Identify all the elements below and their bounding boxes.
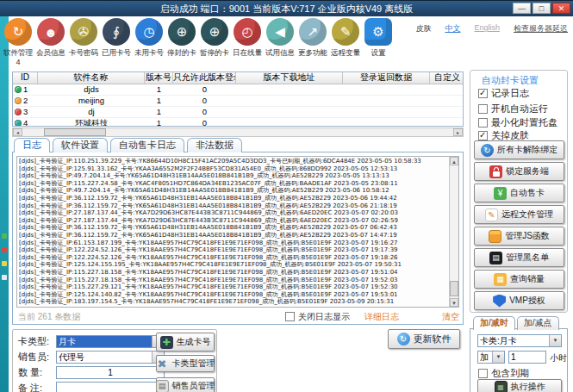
tab-illegal-data[interactable]: 非法数据 xyxy=(187,138,242,152)
skin-link[interactable]: 皮肤 xyxy=(415,23,431,34)
unbind-all-cards-button[interactable]: ↻ 所有卡解除绑定 xyxy=(474,140,564,159)
remote-file-manage-button[interactable]: ✎ 远程文件管理 xyxy=(474,205,564,224)
folder-icon xyxy=(489,230,501,243)
auto-ban-settings-link[interactable]: 自动封卡设置 xyxy=(482,74,539,87)
chinese-link[interactable]: 中文 xyxy=(445,23,460,34)
log-line: [djds]_卡号验证_IP:122.224.52.126_卡号:YK18AAE… xyxy=(19,246,448,254)
ops-card-type-select[interactable]: 卡类:月卡 ▼ xyxy=(477,334,562,347)
table-row[interactable]: 2 meijing 1 0 xyxy=(13,96,463,107)
log-vertical-scrollbar[interactable]: ▲ ▼ xyxy=(449,157,458,307)
query-sales-button[interactable]: ▦ 查询销量 xyxy=(474,270,564,289)
checkbox-icon[interactable] xyxy=(478,369,488,378)
record-log-checkbox[interactable]: 记录日志 xyxy=(478,87,529,100)
manage-js-functions-button[interactable]: 管理JS函数 xyxy=(474,227,564,246)
log-line: [djds]_卡号验证_IP:115.227.18.158_卡号:YK18AAE… xyxy=(19,277,448,284)
vmp-authorize-button[interactable]: VMP授权 xyxy=(474,291,564,310)
english-link[interactable]: English xyxy=(474,23,500,34)
scrollbar-thumb[interactable] xyxy=(450,281,458,296)
toolbar-settings[interactable]: ⚙ 设置 xyxy=(362,18,395,65)
document-icon: ✎ xyxy=(332,18,359,46)
log-output[interactable]: [djds]_卡号验证_IP:110.251.39.229_卡号:YK86644… xyxy=(16,156,459,308)
execute-operation-button[interactable]: ▦ 执行操作 xyxy=(477,379,562,392)
log-line: [djds]_卡号验证_IP:49.7.204.14_卡号:YK65A61D48… xyxy=(19,172,448,180)
log-line: [djds]_卡号验证_IP:125.124.155.195_卡号:YK18AA… xyxy=(19,261,448,269)
toolbar-daily-online[interactable]: ◴ 日在线量 xyxy=(231,18,264,65)
log-line: [djds]_卡号验证_IP:125.124.140.82_卡号:YK18AAE… xyxy=(19,291,448,299)
toolbar-unused-cards[interactable]: ◷ 未用卡号 xyxy=(133,18,165,65)
seller-manage-button[interactable]: ▤ 销售员管理 xyxy=(156,377,215,392)
note-input[interactable] xyxy=(56,382,165,392)
unbind-icon: ↻ xyxy=(481,144,494,157)
background-fragment xyxy=(2,247,7,252)
minimize-button[interactable]: — xyxy=(513,3,531,14)
checkbox-icon[interactable] xyxy=(478,89,488,98)
scrollbar-thumb[interactable] xyxy=(44,128,106,136)
table-horizontal-scrollbar[interactable]: ◂ ▸ xyxy=(12,128,464,137)
toolbar-banned-cards[interactable]: ⊕ 停封的卡 xyxy=(165,18,198,65)
scroll-down-icon[interactable]: ▼ xyxy=(450,298,458,307)
autostart-checkbox[interactable]: 开机自动运行 xyxy=(478,103,548,115)
toolbar-software-manage[interactable]: ↻ 软件管理 4 xyxy=(2,18,34,65)
minimize-to-tray-checkbox[interactable]: 最小化时置托盘 xyxy=(478,116,557,129)
tab-software-settings[interactable]: 软件设置 xyxy=(53,138,108,152)
quantity-label: 数 量: xyxy=(18,366,56,379)
log-lines: [djds]_卡号验证_IP:110.251.39.229_卡号:YK86644… xyxy=(19,158,448,307)
include-expired-checkbox[interactable]: 包含到期 xyxy=(478,367,529,380)
card-generate-group: 卡类型: 月卡 ▼ 销售员: 代理号 ▼ 数 量: 备 注: ✚ 生成卡号 ✖ xyxy=(12,329,217,392)
main-toolbar: ↻ 软件管理 4 ☻ 会员信息 ✇ 卡号密码 ∮ 已用卡号 ◷ 未用卡号 ⊕ 停… xyxy=(2,18,395,65)
background-fragment xyxy=(2,275,7,280)
close-button[interactable]: ✕ xyxy=(552,3,570,14)
scroll-right-icon[interactable]: ▸ xyxy=(453,128,463,136)
tab-add-subtract-time[interactable]: 加/减时 xyxy=(473,316,515,330)
table-row[interactable]: 3 dj 1 0 xyxy=(13,107,463,118)
table-row[interactable]: 4 环城科技 1 0 xyxy=(13,118,463,127)
maximize-button[interactable]: □ xyxy=(533,3,551,14)
quantity-input[interactable] xyxy=(56,366,165,379)
status-dot xyxy=(15,120,22,127)
detail-log-link[interactable]: 详细日志 xyxy=(364,311,399,323)
seller-select[interactable]: 代理号 ▼ xyxy=(56,351,165,364)
checkbox-icon[interactable] xyxy=(478,131,488,140)
ops-amount-input[interactable] xyxy=(508,351,546,364)
chevron-down-icon[interactable]: ▼ xyxy=(549,335,561,346)
log-line: [djds]_卡号验证_IP:27.187.137.44_卡号:YKA7D29D… xyxy=(19,209,448,217)
toolbar-member-info[interactable]: ☻ 会员信息 xyxy=(34,18,67,65)
auto-sell-button[interactable]: ¥ 自动售卡 xyxy=(474,184,564,202)
shield-icon xyxy=(493,295,506,308)
generate-card-button[interactable]: ✚ 生成卡号 xyxy=(156,333,215,352)
chevron-down-icon[interactable]: ▼ xyxy=(492,352,504,363)
lock-icon xyxy=(489,165,502,178)
scroll-left-icon[interactable]: ◂ xyxy=(13,128,22,136)
check-server-latency-link[interactable]: 检查服务器延迟 xyxy=(514,23,568,34)
toolbar-more-functions[interactable]: ↗ 更多功能 xyxy=(296,18,329,65)
tools-icon: ✖ xyxy=(156,358,169,370)
card-type-select[interactable]: 月卡 ▼ xyxy=(56,335,165,348)
toolbar-used-cards[interactable]: ∮ 已用卡号 xyxy=(100,18,133,65)
toolbar-paused-cards[interactable]: ⊕ 暂停的卡 xyxy=(198,18,231,65)
checkbox-icon[interactable] xyxy=(478,118,488,128)
clear-log-link[interactable]: 清空 xyxy=(442,311,459,323)
toolbar-card-password[interactable]: ✇ 卡号密码 xyxy=(67,18,100,65)
tab-auto-sell-log[interactable]: 自动售卡日志 xyxy=(110,138,184,152)
checkbox-icon[interactable] xyxy=(478,104,488,114)
checkbox-icon[interactable] xyxy=(285,312,295,321)
software-count-badge: 4 xyxy=(16,59,20,65)
scroll-up-icon[interactable]: ▲ xyxy=(450,157,458,165)
close-log-checkbox[interactable]: 关闭日志显示 xyxy=(285,311,350,323)
update-software-button[interactable]: ↻ 更新软件 xyxy=(388,329,460,349)
right-sidebar: 自动封卡设置 记录日志 开机自动运行 最小化时置托盘 关掉皮肤 ↻ 所有卡解除绑… xyxy=(470,70,568,313)
toolbar-trial-info[interactable]: ◀ 试用信息 xyxy=(264,18,296,65)
tab-log[interactable]: 日志 xyxy=(14,138,50,152)
note-label: 备 注: xyxy=(18,382,56,392)
lock-server-button[interactable]: 锁定服务端 xyxy=(474,162,564,181)
log-line: [djds]_卡号验证_IP:110.251.39.229_卡号:YK86644… xyxy=(19,158,448,165)
table-row[interactable]: 1 djds 1 0 xyxy=(13,84,463,96)
ops-operation-select[interactable]: 加 ▼ xyxy=(477,351,505,364)
toolbar-remote-variables[interactable]: ✎ 远程变量 xyxy=(329,18,362,65)
manage-blacklist-button[interactable]: ▤ 管理黑名单 xyxy=(474,248,564,267)
tab-add-subtract-points[interactable]: 加/减点 xyxy=(517,316,559,330)
card-type-manage-button[interactable]: ✖ 卡类型管理 xyxy=(156,355,215,372)
log-line: [djds]_卡号验证_IP:27.187.137.44_卡号:YKA7D29D… xyxy=(19,217,448,225)
status-dot xyxy=(15,86,22,93)
log-line: [djds]_卡号验证_IP:183.197.154.5_卡号:YK18AAE9… xyxy=(19,298,448,306)
